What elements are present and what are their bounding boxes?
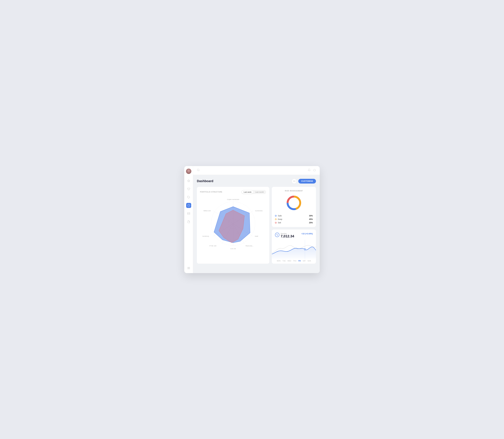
svg-point-3: [197, 169, 199, 171]
day-tue: TUE: [282, 260, 286, 262]
page-content: Dashboard CUSTOMISE PORTFOLIO STRUCTURE …: [193, 175, 320, 273]
sell-label: Sell: [278, 222, 308, 224]
sidebar-item-mail[interactable]: [186, 211, 191, 216]
hamburger-menu-icon[interactable]: [186, 266, 191, 270]
radar-chart: Crypto currencies Currencies Gold Real e…: [200, 196, 266, 253]
portfolio-tabs: Last week Last month: [241, 190, 266, 194]
legend-item-sell: Sell 25%: [275, 222, 313, 224]
svg-text:Nikkei 225: Nikkei 225: [203, 210, 211, 212]
risk-management-card: RISK MANAGEMENT: [272, 187, 316, 227]
svg-text:NASDAQ: NASDAQ: [202, 235, 209, 237]
portfolio-card: PORTFOLIO STRUCTURE Last week Last month: [197, 187, 269, 264]
legend-item-keep: Keep 45%: [275, 218, 313, 220]
power-button[interactable]: [313, 169, 316, 172]
safe-label: Safe: [278, 215, 308, 217]
portfolio-card-header: PORTFOLIO STRUCTURE Last week Last month: [200, 190, 266, 194]
sidebar-item-favorites[interactable]: [186, 178, 191, 183]
page-title: Dashboard: [197, 179, 213, 183]
svg-text:Gold: Gold: [255, 235, 258, 237]
svg-text:Real esta...: Real esta...: [246, 245, 253, 246]
main-area: Dashboard CUSTOMISE PORTFOLIO STRUCTURE …: [193, 166, 320, 273]
day-sun: SUN: [308, 260, 311, 262]
portfolio-title: PORTFOLIO STRUCTURE: [200, 191, 222, 193]
svg-line-4: [199, 171, 199, 171]
keep-value: 45%: [309, 218, 313, 220]
safe-dot: [275, 215, 277, 217]
sidebar-item-activity[interactable]: [186, 203, 191, 208]
tab-last-month[interactable]: Last month: [253, 190, 266, 194]
radar-svg: Crypto currencies Currencies Gold Real e…: [200, 196, 266, 253]
day-thu: THU: [293, 260, 296, 262]
page-header: Dashboard CUSTOMISE: [197, 179, 316, 184]
sidebar: [184, 166, 193, 273]
search-button[interactable]: [197, 169, 200, 172]
more-options-button[interactable]: [292, 179, 297, 184]
day-mon: MON: [277, 260, 280, 262]
legend-item-safe: Safe 30%: [275, 215, 313, 217]
day-fri: FRI: [298, 260, 301, 262]
svg-text:Crypto currencies: Crypto currencies: [227, 198, 239, 200]
donut-chart: [275, 194, 313, 212]
sidebar-item-files[interactable]: [186, 219, 191, 224]
notification-button[interactable]: [308, 169, 311, 172]
sidebar-icons: [186, 178, 191, 266]
svg-marker-0: [188, 180, 190, 182]
svg-text:CAC 40: CAC 40: [230, 248, 236, 249]
customise-button[interactable]: CUSTOMISE: [298, 179, 316, 183]
safe-value: 30%: [309, 215, 313, 217]
sell-value: 25%: [309, 222, 313, 224]
sidebar-item-liked[interactable]: [186, 186, 191, 192]
day-wed: WED: [288, 260, 291, 262]
sidebar-item-tags[interactable]: [186, 195, 191, 200]
nasdaq-header: Nasdaq 7,012.34 +10 (+0.44%): [275, 233, 313, 238]
nasdaq-info: Nasdaq 7,012.34: [281, 233, 294, 238]
nasdaq-change: +10 (+0.44%): [301, 233, 313, 235]
svg-text:FTSE 100: FTSE 100: [209, 245, 216, 246]
header-actions: [308, 169, 316, 172]
avatar[interactable]: [186, 169, 191, 174]
donut-svg: [285, 194, 302, 212]
risk-legend: Safe 30% Keep 45% Sell 25%: [275, 215, 313, 224]
header: [193, 166, 320, 175]
nasdaq-card: Nasdaq 7,012.34 +10 (+0.44%): [272, 230, 316, 264]
day-sat: SAT: [303, 260, 306, 262]
nasdaq-value: 7,012.34: [281, 234, 294, 238]
nasdaq-chart-svg: [272, 240, 316, 259]
keep-dot: [275, 219, 277, 220]
svg-text:Currencies: Currencies: [255, 210, 263, 212]
risk-title: RISK MANAGEMENT: [275, 190, 313, 192]
nasdaq-line-chart: [272, 240, 316, 259]
nasdaq-icon: [275, 233, 279, 237]
chart-days: MON TUE WED THU FRI SAT SUN: [275, 259, 313, 264]
keep-label: Keep: [278, 218, 308, 220]
sell-dot: [275, 222, 277, 223]
page-header-actions: CUSTOMISE: [292, 179, 316, 184]
app-shell: Dashboard CUSTOMISE PORTFOLIO STRUCTURE …: [184, 166, 320, 273]
dashboard-grid: PORTFOLIO STRUCTURE Last week Last month: [197, 187, 316, 264]
tab-last-week[interactable]: Last week: [242, 190, 253, 194]
sidebar-bottom: [186, 266, 191, 270]
